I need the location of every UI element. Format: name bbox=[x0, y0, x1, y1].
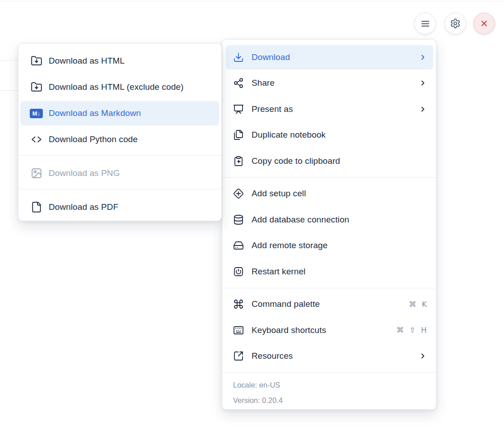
folder-down-icon bbox=[30, 81, 43, 93]
submenu-item-download-png: Download as PNG bbox=[18, 160, 221, 186]
page-top-border bbox=[0, 1, 504, 1]
command-icon bbox=[233, 299, 244, 310]
keyboard-icon bbox=[233, 325, 244, 336]
gear-icon bbox=[450, 18, 461, 29]
menu-item-share[interactable]: Share bbox=[222, 70, 436, 97]
image-icon bbox=[30, 167, 43, 179]
submenu-item-download-html[interactable]: Download as HTML bbox=[18, 48, 221, 74]
menu-item-label: Keyboard shortcuts bbox=[252, 325, 396, 335]
chevron-right-icon bbox=[419, 79, 427, 87]
version-text: Version: 0.20.4 bbox=[233, 393, 425, 408]
menu-item-label: Add database connection bbox=[252, 215, 427, 225]
menu-divider bbox=[222, 177, 436, 178]
menu-item-label: Restart kernel bbox=[252, 267, 427, 277]
menu-item-resources[interactable]: Resources bbox=[222, 343, 436, 370]
download-icon bbox=[233, 52, 244, 63]
presentation-icon bbox=[233, 104, 244, 115]
menu-item-label: Add setup cell bbox=[252, 189, 427, 199]
external-link-icon bbox=[233, 351, 244, 361]
menu-item-label: Download as Markdown bbox=[49, 108, 212, 118]
close-app-button[interactable] bbox=[473, 13, 495, 34]
database-icon bbox=[233, 214, 244, 225]
power-icon bbox=[233, 266, 244, 277]
menu-item-label: Duplicate notebook bbox=[252, 130, 427, 140]
menu-item-label: Download bbox=[252, 52, 413, 62]
menu-item-restart-kernel[interactable]: Restart kernel bbox=[222, 259, 436, 285]
submenu-item-download-html-exclude-code[interactable]: Download as HTML (exclude code) bbox=[18, 74, 221, 100]
clipboard-copy-icon bbox=[233, 156, 244, 166]
submenu-item-download-pdf[interactable]: Download as PDF bbox=[18, 194, 221, 220]
menu-item-label: Download as HTML (exclude code) bbox=[49, 82, 212, 92]
menu-divider bbox=[18, 155, 221, 156]
menu-divider bbox=[222, 288, 436, 288]
shortcut-hint: ⌘ ⇧ H bbox=[396, 326, 427, 334]
markdown-icon: M↓ bbox=[30, 107, 43, 119]
menu-item-label: Download as PNG bbox=[49, 168, 212, 178]
menu-divider bbox=[18, 189, 221, 190]
menu-item-label: Download as HTML bbox=[49, 56, 212, 66]
menu-item-add-database-connection[interactable]: Add database connection bbox=[222, 207, 436, 233]
folder-down-icon bbox=[30, 55, 43, 67]
settings-button[interactable] bbox=[444, 13, 466, 34]
menu-item-label: Copy code to clipboard bbox=[252, 156, 427, 166]
menu-item-label: Resources bbox=[252, 351, 413, 361]
menu-item-label: Add remote storage bbox=[252, 240, 427, 250]
hamburger-icon bbox=[420, 18, 431, 29]
menu-footer: Locale: en-US Version: 0.20.4 bbox=[222, 376, 436, 408]
chevron-right-icon bbox=[419, 352, 427, 360]
chevron-right-icon bbox=[419, 53, 427, 61]
menu-item-copy-code[interactable]: Copy code to clipboard bbox=[222, 148, 436, 174]
menu-item-label: Present as bbox=[252, 104, 413, 114]
code-icon bbox=[30, 134, 43, 145]
menu-item-command-palette[interactable]: Command palette ⌘ K bbox=[222, 291, 436, 318]
menu-item-label: Download as PDF bbox=[49, 202, 212, 212]
file-icon bbox=[30, 201, 43, 213]
menu-item-add-setup-cell[interactable]: Add setup cell bbox=[222, 181, 436, 207]
menu-item-keyboard-shortcuts[interactable]: Keyboard shortcuts ⌘ ⇧ H bbox=[222, 317, 436, 343]
menu-item-download[interactable]: Download bbox=[222, 44, 436, 70]
submenu-item-download-python[interactable]: Download Python code bbox=[18, 126, 221, 153]
notebook-menu-button[interactable] bbox=[414, 13, 436, 34]
menu-item-label: Share bbox=[252, 78, 413, 88]
shortcut-hint: ⌘ K bbox=[409, 300, 427, 309]
close-icon bbox=[479, 18, 489, 28]
hard-drive-icon bbox=[233, 240, 244, 251]
menu-item-add-remote-storage[interactable]: Add remote storage bbox=[222, 233, 436, 259]
locale-text: Locale: en-US bbox=[233, 377, 425, 393]
share-icon bbox=[233, 78, 244, 88]
submenu-item-download-markdown[interactable]: M↓ Download as Markdown bbox=[18, 100, 221, 126]
duplicate-icon bbox=[233, 130, 244, 140]
chevron-right-icon bbox=[419, 105, 427, 113]
notebook-actions-menu: Download Share Present as Duplicate note… bbox=[222, 39, 436, 410]
menu-item-present-as[interactable]: Present as bbox=[222, 96, 436, 122]
menu-item-label: Download Python code bbox=[49, 134, 212, 144]
menu-item-duplicate-notebook[interactable]: Duplicate notebook bbox=[222, 122, 436, 148]
download-submenu: Download as HTML Download as HTML (exclu… bbox=[18, 43, 222, 221]
diamond-plus-icon bbox=[233, 188, 244, 199]
menu-divider bbox=[222, 372, 436, 373]
menu-item-label: Command palette bbox=[252, 299, 409, 309]
